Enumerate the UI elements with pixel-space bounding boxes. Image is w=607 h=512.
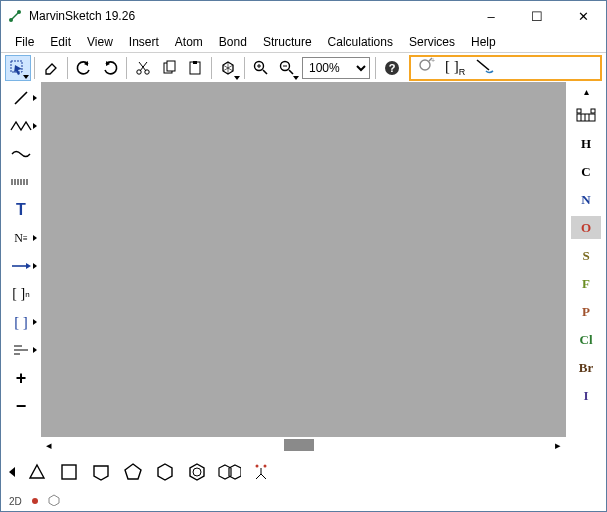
align-tool[interactable]	[4, 338, 38, 362]
cyclopentane-alt-button[interactable]	[89, 460, 113, 484]
separator	[211, 57, 212, 79]
highlighted-toolbar-section: + [ ]R	[409, 55, 602, 81]
element-n[interactable]: N	[571, 188, 601, 211]
name-tool[interactable]: N≡	[4, 226, 38, 250]
svg-marker-34	[26, 263, 31, 269]
svg-line-2	[11, 12, 19, 20]
svg-line-26	[15, 92, 27, 104]
scroll-left-button[interactable]: ◂	[41, 437, 57, 453]
menu-view[interactable]: View	[79, 33, 121, 51]
svg-point-54	[264, 465, 267, 468]
erase-button[interactable]	[38, 55, 64, 81]
status-mode: 2D	[9, 496, 22, 507]
element-f[interactable]: F	[571, 272, 601, 295]
menu-edit[interactable]: Edit	[42, 33, 79, 51]
clean-button[interactable]	[215, 55, 241, 81]
copy-button[interactable]	[156, 55, 182, 81]
minimize-button[interactable]: –	[468, 1, 514, 31]
separator	[67, 57, 68, 79]
plus-tool[interactable]: +	[4, 366, 38, 390]
scrollbar-track[interactable]	[57, 437, 550, 453]
window-title: MarvinSketch 19.26	[29, 9, 135, 23]
svg-rect-40	[577, 114, 595, 121]
arrow-tool[interactable]	[4, 254, 38, 278]
undo-button[interactable]	[71, 55, 97, 81]
separator	[34, 57, 35, 79]
separator	[244, 57, 245, 79]
cyclopropane-button[interactable]	[25, 460, 49, 484]
horizontal-scrollbar[interactable]: ◂ ▸	[41, 437, 566, 453]
menu-bond[interactable]: Bond	[211, 33, 255, 51]
wave-bond-tool[interactable]	[4, 142, 38, 166]
redo-button[interactable]	[97, 55, 123, 81]
title-bar: MarvinSketch 19.26 – ☐ ✕	[1, 1, 606, 31]
cyclopentane-button[interactable]	[121, 460, 145, 484]
menu-atom[interactable]: Atom	[167, 33, 211, 51]
group-tool-3-icon[interactable]	[475, 57, 495, 79]
cyclobutane-button[interactable]	[57, 460, 81, 484]
zoom-out-button[interactable]	[274, 55, 300, 81]
svg-marker-46	[94, 466, 108, 480]
svg-line-14	[263, 70, 267, 74]
paste-button[interactable]	[182, 55, 208, 81]
menu-help[interactable]: Help	[463, 33, 504, 51]
zoom-in-button[interactable]	[248, 55, 274, 81]
element-h[interactable]: H	[571, 132, 601, 155]
periodic-table-button[interactable]	[569, 103, 603, 127]
svg-marker-44	[30, 465, 44, 478]
svg-point-50	[193, 468, 201, 476]
svg-rect-45	[62, 465, 76, 479]
scrollbar-thumb[interactable]	[284, 439, 314, 451]
chain-tool[interactable]	[4, 114, 38, 138]
bond-tool[interactable]	[4, 86, 38, 110]
element-c[interactable]: C	[571, 160, 601, 183]
element-o[interactable]: O	[571, 216, 601, 239]
bracket-n-tool[interactable]: [ ]n	[4, 282, 38, 306]
element-br[interactable]: Br	[571, 356, 601, 379]
separator	[375, 57, 376, 79]
svg-rect-9	[167, 61, 175, 71]
bottom-toolbar	[1, 453, 606, 491]
menu-structure[interactable]: Structure	[255, 33, 320, 51]
bracket-tool[interactable]: [ ]	[4, 310, 38, 334]
element-p[interactable]: P	[571, 300, 601, 323]
scroll-right-button[interactable]: ▸	[550, 437, 566, 453]
separator	[126, 57, 127, 79]
svg-rect-11	[193, 61, 197, 64]
select-tool-button[interactable]	[5, 55, 31, 81]
group-tool-2-icon[interactable]: [ ]R	[445, 58, 465, 77]
svg-text:?: ?	[389, 62, 396, 74]
drawing-canvas[interactable]	[41, 82, 566, 437]
minus-tool[interactable]: −	[4, 394, 38, 418]
svg-marker-58	[49, 495, 59, 506]
app-icon	[7, 8, 23, 24]
status-dot-icon	[32, 498, 38, 504]
toolbar-expand-icon[interactable]	[9, 467, 15, 477]
group-tool-1-icon[interactable]: +	[417, 57, 435, 79]
element-i[interactable]: I	[571, 384, 601, 407]
fused-ring-button[interactable]	[217, 460, 241, 484]
text-tool[interactable]: T	[4, 198, 38, 222]
benzene-button[interactable]	[185, 460, 209, 484]
zoom-select[interactable]: 100%	[302, 57, 370, 79]
menu-file[interactable]: File	[7, 33, 42, 51]
scroll-up-button[interactable]: ▴	[579, 84, 593, 98]
element-cl[interactable]: Cl	[571, 328, 601, 351]
menu-insert[interactable]: Insert	[121, 33, 167, 51]
svg-point-22	[420, 60, 430, 70]
cyclohexane-button[interactable]	[153, 460, 177, 484]
element-s[interactable]: S	[571, 244, 601, 267]
svg-marker-47	[125, 464, 141, 479]
radical-button[interactable]	[249, 460, 273, 484]
menu-bar: File Edit View Insert Atom Bond Structur…	[1, 31, 606, 52]
help-button[interactable]: ?	[379, 55, 405, 81]
menu-services[interactable]: Services	[401, 33, 463, 51]
cut-button[interactable]	[130, 55, 156, 81]
window-controls: – ☐ ✕	[468, 1, 606, 31]
maximize-button[interactable]: ☐	[514, 1, 560, 31]
main-toolbar: 100% ? + [ ]R	[1, 52, 606, 82]
svg-line-18	[289, 70, 293, 74]
tick-bond-tool[interactable]	[4, 170, 38, 194]
menu-calculations[interactable]: Calculations	[320, 33, 401, 51]
close-button[interactable]: ✕	[560, 1, 606, 31]
